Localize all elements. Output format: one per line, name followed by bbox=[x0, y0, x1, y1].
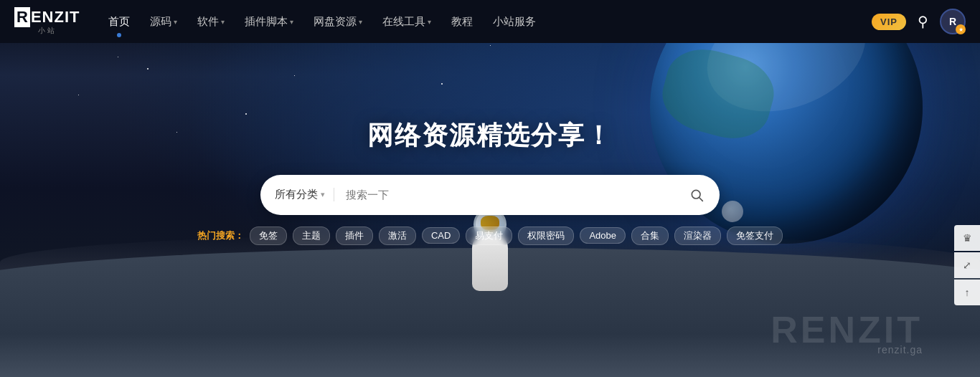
scroll-top-button[interactable]: ↑ bbox=[954, 280, 980, 305]
search-icon[interactable]: ⚲ bbox=[918, 13, 928, 30]
nav-item-tutorial[interactable]: 教程 bbox=[444, 11, 480, 33]
avatar[interactable]: R ★ bbox=[940, 9, 966, 34]
chevron-down-icon: ▾ bbox=[359, 18, 362, 26]
logo[interactable]: R ENZIT 小站 bbox=[14, 7, 80, 36]
chevron-down-icon: ▾ bbox=[290, 18, 293, 26]
search-input[interactable] bbox=[334, 188, 681, 201]
logo-subtitle: 小站 bbox=[38, 26, 57, 36]
tag-plugin[interactable]: 插件 bbox=[336, 226, 373, 245]
nav-item-service[interactable]: 小站服务 bbox=[486, 11, 543, 33]
chevron-down-icon: ▾ bbox=[428, 18, 431, 26]
tag-free-sign-pay[interactable]: 免签支付 bbox=[727, 226, 783, 245]
chevron-down-icon: ▾ bbox=[174, 18, 177, 26]
vip-badge[interactable]: VIP bbox=[872, 14, 906, 30]
nav-item-software[interactable]: 软件 ▾ bbox=[190, 11, 232, 33]
tag-theme[interactable]: 主题 bbox=[293, 226, 330, 245]
logo-text: ENZIT bbox=[31, 8, 80, 27]
svg-line-1 bbox=[699, 197, 703, 201]
logo-main: R ENZIT bbox=[14, 7, 80, 27]
chevron-down-icon: ▾ bbox=[321, 190, 325, 199]
tag-renderer[interactable]: 渲染器 bbox=[674, 226, 721, 245]
nav-item-netdisk[interactable]: 网盘资源 ▾ bbox=[306, 11, 369, 33]
search-icon bbox=[689, 188, 704, 202]
tag-activate[interactable]: 激活 bbox=[379, 226, 416, 245]
tag-collection[interactable]: 合集 bbox=[631, 226, 669, 245]
tag-free-sign[interactable]: 免签 bbox=[250, 226, 287, 245]
navbar: R ENZIT 小站 首页 源码 ▾ 软件 ▾ 插件脚本 ▾ 网盘资源 ▾ 在线… bbox=[0, 0, 980, 43]
nav-item-tools[interactable]: 在线工具 ▾ bbox=[375, 11, 438, 33]
logo-r-letter: R bbox=[14, 7, 30, 27]
hot-tags: 热门搜索： 免签 主题 插件 激活 CAD 易支付 权限密码 Adobe 合集 … bbox=[197, 226, 783, 245]
tag-cad[interactable]: CAD bbox=[422, 227, 460, 244]
avatar-letter: R bbox=[949, 16, 956, 27]
nav-right: VIP ⚲ R ★ bbox=[872, 9, 966, 34]
fullscreen-side-button[interactable]: ⤢ bbox=[954, 252, 980, 278]
hero-title: 网络资源精选分享！ bbox=[367, 118, 613, 153]
nav-item-plugins[interactable]: 插件脚本 ▾ bbox=[237, 11, 301, 33]
avatar-star-icon: ★ bbox=[956, 24, 966, 34]
nav-item-source[interactable]: 源码 ▾ bbox=[143, 11, 184, 33]
tag-restricted-pwd[interactable]: 权限密码 bbox=[518, 226, 574, 245]
vip-side-button[interactable]: ♛ bbox=[954, 225, 980, 251]
search-bar: 所有分类 ▾ bbox=[260, 175, 720, 215]
tag-easy-pay[interactable]: 易支付 bbox=[466, 226, 512, 245]
tag-adobe[interactable]: Adobe bbox=[580, 227, 626, 244]
search-category-dropdown[interactable]: 所有分类 ▾ bbox=[275, 188, 334, 201]
hero-content: 网络资源精选分享！ 所有分类 ▾ 热门搜索： 免签 主题 插件 激活 CAD 易… bbox=[0, 43, 980, 377]
chevron-down-icon: ▾ bbox=[221, 18, 225, 26]
hot-search-label: 热门搜索： bbox=[197, 229, 244, 242]
side-buttons: ♛ ⤢ ↑ bbox=[954, 225, 980, 305]
nav-menu: 首页 源码 ▾ 软件 ▾ 插件脚本 ▾ 网盘资源 ▾ 在线工具 ▾ 教程 小站服… bbox=[101, 11, 872, 33]
search-submit-button[interactable] bbox=[681, 179, 712, 211]
nav-item-home[interactable]: 首页 bbox=[101, 11, 137, 33]
